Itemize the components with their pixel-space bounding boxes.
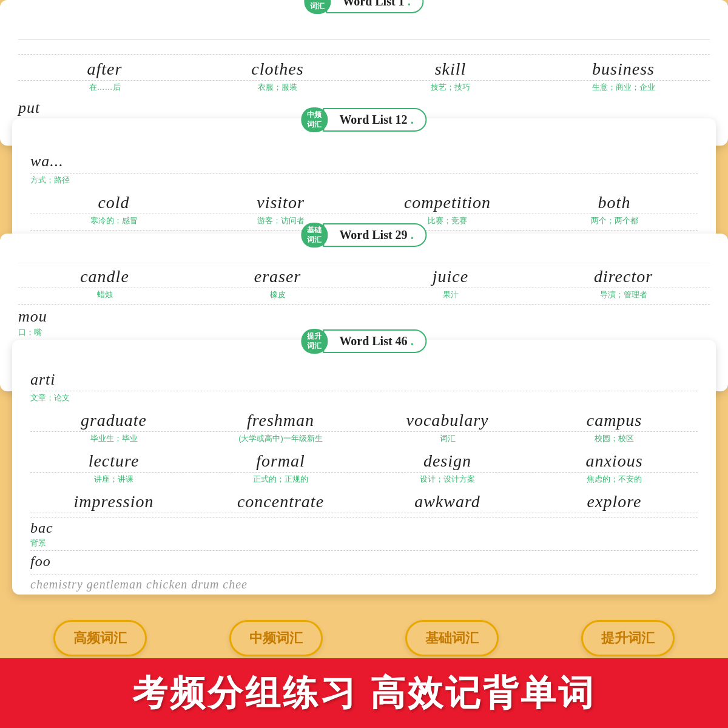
card4-word-impression: impression <box>30 492 197 511</box>
card4-word-freshman: freshman <box>197 411 364 430</box>
bottom-badges-row: 高频词汇 中频词汇 基础词汇 提升词汇 <box>12 620 716 656</box>
card4-word-design: design <box>364 451 531 471</box>
badge-high-freq: 高频词汇 <box>53 620 147 656</box>
card4-cn-vocabulary: 词汇 <box>364 433 531 444</box>
card3-word-juice: juice <box>364 267 537 286</box>
card4-header: 提升 词汇 Word List 46 . <box>12 340 716 358</box>
card3-cn-candle: 蜡烛 <box>18 289 191 300</box>
partial-arti: arti <box>30 371 56 388</box>
card1-cn-clothes: 衣服；服装 <box>191 82 364 93</box>
card4-cn-freshman: (大学或高中)一年级新生 <box>197 433 364 444</box>
card4-word-row2: lecture formal design anxious <box>30 448 698 473</box>
card2-header: 中频 词汇 Word List 12 . <box>12 118 716 136</box>
card1-word-row: after clothes skill business <box>18 56 710 81</box>
card4-word-lecture: lecture <box>30 451 197 471</box>
card4-word-concentrate: concentrate <box>197 492 364 511</box>
partial-foo: foo <box>30 553 51 569</box>
card1-cn-skill: 技艺；技巧 <box>364 82 537 93</box>
card2-badge-label: 中频 词汇 <box>301 107 328 132</box>
card3-word-director: director <box>537 267 710 286</box>
badge-basic: 基础词汇 <box>405 620 499 656</box>
card4-word-vocabulary: vocabulary <box>364 411 531 430</box>
card4-cn-design: 设计；设计方案 <box>364 474 531 485</box>
card1-word-skill: skill <box>364 59 537 79</box>
card2-word-both: both <box>531 193 698 212</box>
card4-cn-graduate: 毕业生；毕业 <box>30 433 197 444</box>
partial-mou: mou <box>18 308 47 325</box>
partial-bac: bac <box>30 520 53 536</box>
card3-word-eraser: eraser <box>191 267 364 286</box>
card4-cn-row2: 讲座；讲课 正式的；正规的 设计；设计方案 焦虑的；不安的 <box>30 474 698 485</box>
card4-word-row1: graduate freshman vocabulary campus <box>30 407 698 432</box>
card2-badge: 中频 词汇 Word List 12 . <box>301 107 426 132</box>
card4-content: arti 文章；论文 graduate freshman vocabulary … <box>12 358 716 602</box>
card4-word-campus: campus <box>531 411 698 430</box>
card4-word-graduate: graduate <box>30 411 197 430</box>
card4-word-awkward: awkward <box>364 492 531 511</box>
card3-cn-director: 导演；管理者 <box>537 289 710 300</box>
badge-mid-freq: 中频词汇 <box>229 620 323 656</box>
card3-word-row: candle eraser juice director <box>18 263 710 288</box>
card4-word-formal: formal <box>197 451 364 471</box>
badge-advanced: 提升词汇 <box>581 620 675 656</box>
card2-word-row: cold visitor competition both <box>30 189 698 214</box>
bottom-banner: 考频分组练习 高效记背单词 <box>0 658 728 728</box>
card2-badge-title: Word List 12 . <box>323 108 426 132</box>
bottom-banner-text: 考频分组练习 高效记背单词 <box>132 670 596 717</box>
card1-header: 高频 词汇 Word List 1 . <box>0 0 728 18</box>
card1-word-after: after <box>18 59 191 79</box>
card1-word-business: business <box>537 59 710 79</box>
card3-cn-eraser: 橡皮 <box>191 289 364 300</box>
card4-word-explore: explore <box>531 492 698 511</box>
card2-word-competition: competition <box>364 193 531 212</box>
card1-cn-after: 在……后 <box>18 82 191 93</box>
partial-bottom-row: chemistry gentleman chicken drum chee <box>30 578 248 592</box>
card3-header: 基础 词汇 Word List 29 . <box>0 234 728 252</box>
card1-badge: 高频 词汇 Word List 1 . <box>304 0 423 14</box>
card4-badge: 提升 词汇 Word List 46 . <box>301 329 426 354</box>
card2-cn-cold: 寒冷的；感冒 <box>30 215 197 226</box>
card4-word-row3: impression concentrate awkward explore <box>30 488 698 513</box>
card4-cn-anxious: 焦虑的；不安的 <box>531 474 698 485</box>
card2-cn-both: 两个；两个都 <box>531 215 698 226</box>
card3-cn-juice: 果汁 <box>364 289 537 300</box>
card1-word-clothes: clothes <box>191 59 364 79</box>
card1-cn-row: 在……后 衣服；服装 技艺；技巧 生意；商业；企业 <box>18 82 710 93</box>
card4-cn-lecture: 讲座；讲课 <box>30 474 197 485</box>
card-4: 提升 词汇 Word List 46 . arti 文章；论文 graduate… <box>12 340 716 595</box>
card3-badge: 基础 词汇 Word List 29 . <box>301 223 426 248</box>
card4-cn-row1: 毕业生；毕业 (大学或高中)一年级新生 词汇 校园；校区 <box>30 433 698 444</box>
card1-badge-title: Word List 1 . <box>326 0 423 13</box>
main-container: 高频 词汇 Word List 1 . after clothes skill … <box>0 0 728 728</box>
card4-badge-title: Word List 46 . <box>323 329 426 353</box>
card3-badge-label: 基础 词汇 <box>301 223 328 248</box>
card2-word-cold: cold <box>30 193 197 212</box>
card4-word-anxious: anxious <box>531 451 698 471</box>
card2-word-visitor: visitor <box>197 193 364 212</box>
card4-cn-formal: 正式的；正规的 <box>197 474 364 485</box>
card3-word-candle: candle <box>18 267 191 286</box>
card1-cn-business: 生意；商业；企业 <box>537 82 710 93</box>
card4-badge-label: 提升 词汇 <box>301 329 328 354</box>
card3-badge-title: Word List 29 . <box>323 223 426 247</box>
card3-cn-row: 蜡烛 橡皮 果汁 导演；管理者 <box>18 289 710 300</box>
card4-cn-campus: 校园；校区 <box>531 433 698 444</box>
